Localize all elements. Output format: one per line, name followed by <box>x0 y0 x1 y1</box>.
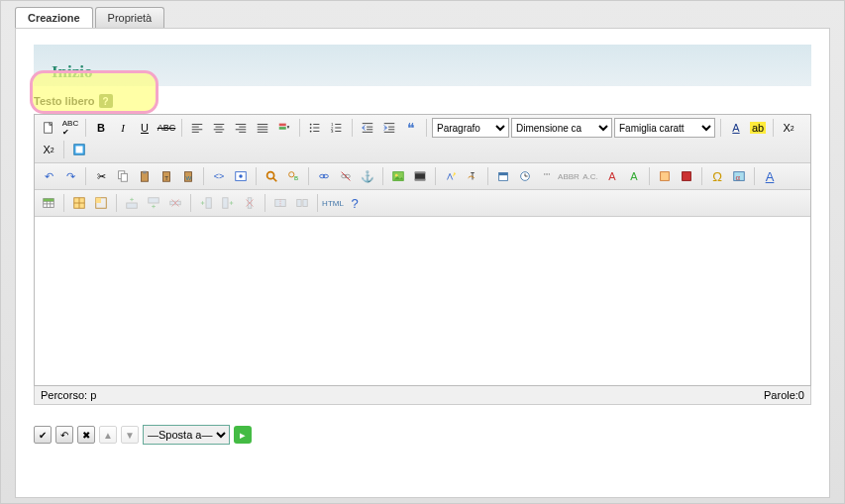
insert-col-before-button[interactable] <box>196 193 216 213</box>
italic-button[interactable]: I <box>113 118 133 138</box>
styles-dropdown-button[interactable] <box>274 118 294 138</box>
ordered-list-button[interactable]: 123 <box>327 118 347 138</box>
help-button[interactable]: ? <box>345 193 365 213</box>
svg-rect-79 <box>44 199 54 202</box>
remove-format-button[interactable] <box>463 166 482 186</box>
cut-button[interactable]: ✂ <box>91 166 111 186</box>
svg-rect-71 <box>683 172 691 181</box>
move-down-button[interactable]: ▼ <box>121 426 139 444</box>
go-button[interactable]: ▸ <box>234 426 252 444</box>
copy-button[interactable] <box>113 166 133 186</box>
format-select[interactable]: Paragrafo <box>432 118 509 138</box>
fullscreen-button[interactable] <box>69 140 89 159</box>
table-button[interactable] <box>39 193 58 213</box>
paste-word-button[interactable]: W <box>178 166 198 186</box>
special-char-button[interactable]: Ω <box>707 166 727 186</box>
acronym-button[interactable]: A.C. <box>581 166 600 186</box>
svg-point-23 <box>310 131 312 133</box>
insert-row-after-button[interactable] <box>144 193 163 213</box>
merge-cells-button[interactable] <box>292 193 312 213</box>
ins-button[interactable]: A <box>624 166 644 186</box>
fontfamily-select[interactable]: Famiglia caratt <box>614 118 715 138</box>
insert-col-after-button[interactable] <box>218 193 238 213</box>
paste-text-button[interactable]: T <box>157 166 176 186</box>
editor-textarea[interactable] <box>35 217 810 385</box>
date-button[interactable] <box>493 166 513 186</box>
svg-rect-90 <box>206 198 211 209</box>
svg-rect-18 <box>279 127 286 130</box>
anchor-button[interactable]: ⚓ <box>358 166 377 186</box>
footer-actions: ✔ ↶ ✖ ▲ ▼ —Sposta a— ▸ <box>34 425 811 445</box>
media-button[interactable] <box>410 166 430 186</box>
svg-point-51 <box>267 172 274 179</box>
tab-creation[interactable]: Creazione <box>15 7 93 28</box>
align-right-button[interactable] <box>231 118 251 138</box>
visualchars-button[interactable] <box>677 166 696 186</box>
del-button[interactable]: A <box>602 166 622 186</box>
svg-text:W: W <box>185 174 191 181</box>
align-center-button[interactable] <box>209 118 229 138</box>
path-display: Percorso: p <box>41 389 96 401</box>
code-button[interactable]: <> <box>209 166 229 186</box>
text-color-button[interactable]: A <box>726 118 746 138</box>
confirm-button[interactable]: ✔ <box>34 426 52 444</box>
svg-rect-64 <box>415 179 426 181</box>
fontsize-select[interactable]: Dimensione ca <box>511 118 612 138</box>
link-button[interactable] <box>314 166 334 186</box>
svg-line-52 <box>273 178 277 182</box>
new-document-icon[interactable] <box>39 118 58 138</box>
toolbar-row-2: ↶ ↷ ✂ T W <> B ⚓ <box>35 163 810 190</box>
find-button[interactable] <box>262 166 281 186</box>
table-props-button[interactable] <box>69 193 89 213</box>
outdent-button[interactable] <box>358 118 377 138</box>
cell-props-button[interactable] <box>91 193 111 213</box>
equation-button[interactable]: α <box>729 166 749 186</box>
toolbar-row-3: HTML ? <box>35 190 810 217</box>
cite-button[interactable]: "" <box>537 166 557 186</box>
time-button[interactable] <box>515 166 535 186</box>
svg-point-56 <box>323 174 328 178</box>
html-button[interactable]: HTML <box>323 193 343 213</box>
align-left-button[interactable] <box>187 118 207 138</box>
strikethrough-button[interactable]: ABC <box>157 118 176 138</box>
svg-rect-66 <box>499 173 508 176</box>
paste-button[interactable] <box>135 166 155 186</box>
redo-button[interactable]: ↷ <box>60 166 80 186</box>
split-cells-button[interactable] <box>270 193 290 213</box>
spellcheck-icon[interactable]: ABC✔ <box>60 118 80 138</box>
revert-button[interactable]: ↶ <box>55 426 73 444</box>
align-justify-button[interactable] <box>253 118 272 138</box>
svg-rect-86 <box>149 198 159 203</box>
unordered-list-button[interactable] <box>305 118 325 138</box>
tab-properties[interactable]: Proprietà <box>95 7 165 28</box>
blockquote-button[interactable]: ❝ <box>401 118 421 138</box>
abbr-button[interactable]: ABBR <box>559 166 579 186</box>
svg-rect-84 <box>96 198 101 203</box>
undo-button[interactable]: ↶ <box>39 166 58 186</box>
background-color-button[interactable]: ab <box>748 118 768 138</box>
indent-button[interactable] <box>379 118 399 138</box>
subscript-button[interactable]: X2 <box>779 118 798 138</box>
delete-button[interactable]: ✖ <box>77 426 95 444</box>
cleanup-button[interactable] <box>441 166 461 186</box>
font-button[interactable]: A <box>760 166 780 186</box>
svg-rect-42 <box>121 173 127 181</box>
svg-rect-44 <box>143 171 147 174</box>
svg-rect-85 <box>127 203 138 208</box>
image-button[interactable] <box>388 166 408 186</box>
unlink-button[interactable] <box>336 166 356 186</box>
svg-rect-40 <box>76 147 83 153</box>
delete-col-button[interactable] <box>240 193 260 213</box>
delete-row-button[interactable] <box>165 193 185 213</box>
preview-button[interactable] <box>231 166 251 186</box>
insert-row-before-button[interactable] <box>122 193 142 213</box>
bold-button[interactable]: B <box>91 118 111 138</box>
attributes-button[interactable] <box>655 166 675 186</box>
move-to-select[interactable]: —Sposta a— <box>143 425 230 445</box>
replace-button[interactable]: B <box>283 166 303 186</box>
rich-text-editor: ABC✔ B I U ABC 123 ❝ Paragr <box>34 114 811 386</box>
move-up-button[interactable]: ▲ <box>99 426 117 444</box>
underline-button[interactable]: U <box>135 118 155 138</box>
tabs-bar: Creazione Proprietà <box>1 1 844 28</box>
superscript-button[interactable]: X2 <box>39 140 58 159</box>
